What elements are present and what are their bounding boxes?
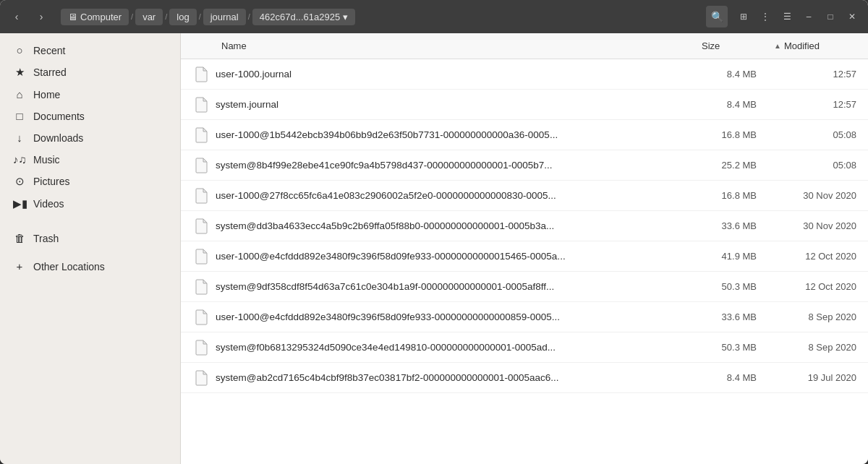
table-row[interactable]: user-1000@e4cfddd892e3480f9c396f58d09fe9… [181, 241, 868, 272]
file-icon [192, 96, 210, 113]
breadcrumb-hash[interactable]: 462c67d...61a2925 ▾ [252, 9, 355, 25]
main-content: ○ Recent ★ Starred ⌂ Home □ Documents ↓ … [0, 33, 868, 464]
forward-button[interactable]: › [30, 6, 52, 27]
sidebar-item-recent[interactable]: ○ Recent [4, 40, 176, 61]
file-name: user-1000@27f8cc65fc6a41e083c2906002a5f2… [216, 190, 690, 201]
minimize-button[interactable]: – [799, 7, 819, 27]
file-size: 41.9 MB [696, 251, 768, 262]
file-name: system@dd3ba4633ecc4a5b9c2b69ffa05f88b0-… [216, 220, 690, 231]
sidebar-item-other-locations[interactable]: + Other Locations [4, 256, 176, 277]
file-icon [192, 278, 210, 296]
view-grid-button[interactable]: ⊞ [733, 7, 754, 27]
file-modified: 19 Jul 2020 [774, 372, 868, 383]
file-modified: 05:08 [774, 129, 868, 140]
sidebar-label-starred: Starred [33, 66, 67, 78]
table-row[interactable]: system@8b4f99e28ebe41ce90fc9a4b5798d437-… [181, 150, 868, 181]
table-row[interactable]: system@ab2cd7165c4b4cbf9f8b37ec03817bf2-… [181, 363, 868, 393]
file-size: 33.6 MB [696, 312, 768, 322]
file-name: system@f0b6813295324d5090ce34e4ed149810-… [216, 342, 690, 353]
documents-icon: □ [13, 110, 26, 122]
breadcrumb-log[interactable]: log [169, 9, 196, 25]
file-icon [192, 309, 210, 326]
column-header: Name Size ▲ Modified [181, 33, 868, 59]
sidebar-label-downloads: Downloads [33, 132, 83, 144]
sidebar-item-videos[interactable]: ▶▮ Videos [4, 193, 176, 215]
sidebar-item-starred[interactable]: ★ Starred [4, 61, 176, 83]
breadcrumb-sep-2: / [164, 12, 168, 21]
file-modified: 12 Oct 2020 [774, 251, 868, 262]
breadcrumb-journal[interactable]: journal [203, 9, 246, 25]
table-row[interactable]: system@dd3ba4633ecc4a5b9c2b69ffa05f88b0-… [181, 211, 868, 241]
close-button[interactable]: ✕ [842, 7, 862, 27]
file-icon [192, 66, 210, 83]
file-pane: Name Size ▲ Modified user-1000.journal8.… [181, 33, 868, 464]
breadcrumb-sep-3: / [198, 12, 202, 21]
sidebar-label-videos: Videos [33, 198, 64, 210]
file-modified: 12 Oct 2020 [774, 281, 868, 292]
table-row[interactable]: user-1000@1b5442ebcb394b06bb9d2e63f50b77… [181, 120, 868, 150]
starred-icon: ★ [13, 66, 26, 79]
sidebar-item-documents[interactable]: □ Documents [4, 106, 176, 126]
breadcrumb-var[interactable]: var [135, 9, 163, 25]
sidebar: ○ Recent ★ Starred ⌂ Home □ Documents ↓ … [0, 33, 181, 464]
videos-icon: ▶▮ [13, 197, 26, 210]
col-name-header[interactable]: Name [221, 40, 702, 51]
table-row[interactable]: system@f0b6813295324d5090ce34e4ed149810-… [181, 332, 868, 363]
table-row[interactable]: system@9df358cdf8f54d63a7c61c0e304b1a9f-… [181, 272, 868, 302]
file-modified: 8 Sep 2020 [774, 342, 868, 353]
file-name: system@ab2cd7165c4b4cbf9f8b37ec03817bf2-… [216, 372, 690, 383]
file-name: system@9df358cdf8f54d63a7c61c0e304b1a9f-… [216, 281, 690, 292]
table-row[interactable]: user-1000@e4cfddd892e3480f9c396f58d09fe9… [181, 302, 868, 332]
file-modified: 8 Sep 2020 [774, 312, 868, 322]
file-name: user-1000@e4cfddd892e3480f9c396f58d09fe9… [216, 251, 690, 262]
sidebar-label-documents: Documents [33, 111, 85, 122]
file-modified: 12:57 [774, 99, 868, 110]
col-modified-header[interactable]: ▲ Modified [774, 40, 868, 51]
titlebar-actions: ⊞ ⋮ ☰ – □ ✕ [733, 7, 862, 27]
file-size: 50.3 MB [696, 342, 768, 353]
view-options-button[interactable]: ⋮ [755, 7, 775, 27]
search-button[interactable]: 🔍 [706, 6, 728, 27]
file-icon [192, 248, 210, 265]
file-modified: 30 Nov 2020 [774, 190, 868, 201]
home-icon: ⌂ [13, 88, 26, 100]
breadcrumb-computer[interactable]: 🖥Computer [61, 9, 129, 25]
sidebar-item-home[interactable]: ⌂ Home [4, 84, 176, 105]
sidebar-label-pictures: Pictures [33, 176, 70, 187]
file-manager-window: ‹ › 🖥Computer / var / log / journal / 46… [0, 0, 868, 464]
sidebar-item-music[interactable]: ♪♫ Music [4, 149, 176, 170]
file-icon [192, 339, 210, 356]
sidebar-label-other-locations: Other Locations [33, 261, 105, 272]
sidebar-label-trash: Trash [33, 233, 59, 244]
table-row[interactable]: user-1000.journal8.4 MB12:57 [181, 59, 868, 90]
sidebar-item-trash[interactable]: 🗑 Trash [4, 228, 176, 249]
file-size: 50.3 MB [696, 281, 768, 292]
breadcrumb: 🖥Computer / var / log / journal / 462c67… [61, 9, 694, 25]
sidebar-item-downloads[interactable]: ↓ Downloads [4, 127, 176, 148]
titlebar: ‹ › 🖥Computer / var / log / journal / 46… [0, 0, 868, 33]
file-name: user-1000.journal [216, 69, 690, 80]
file-size: 16.8 MB [696, 190, 768, 201]
table-row[interactable]: user-1000@27f8cc65fc6a41e083c2906002a5f2… [181, 181, 868, 211]
menu-button[interactable]: ☰ [777, 7, 797, 27]
file-size: 33.6 MB [696, 220, 768, 231]
music-icon: ♪♫ [13, 153, 26, 166]
table-row[interactable]: system.journal8.4 MB12:57 [181, 90, 868, 120]
sidebar-item-pictures[interactable]: ⊙ Pictures [4, 171, 176, 192]
trash-icon: 🗑 [13, 232, 26, 244]
sidebar-label-recent: Recent [33, 45, 65, 56]
file-name: user-1000@e4cfddd892e3480f9c396f58d09fe9… [216, 312, 690, 322]
file-list: user-1000.journal8.4 MB12:57 system.jour… [181, 59, 868, 464]
file-modified: 12:57 [774, 69, 868, 80]
file-size: 8.4 MB [696, 69, 768, 80]
pictures-icon: ⊙ [13, 175, 26, 188]
back-button[interactable]: ‹ [6, 6, 27, 27]
breadcrumb-sep-1: / [130, 12, 134, 21]
breadcrumb-sep-4: / [247, 12, 251, 21]
maximize-button[interactable]: □ [820, 7, 841, 27]
col-size-header[interactable]: Size [702, 40, 774, 51]
file-modified: 05:08 [774, 160, 868, 171]
sidebar-label-music: Music [33, 154, 60, 166]
file-icon [192, 187, 210, 205]
file-name: system@8b4f99e28ebe41ce90fc9a4b5798d437-… [216, 160, 690, 171]
